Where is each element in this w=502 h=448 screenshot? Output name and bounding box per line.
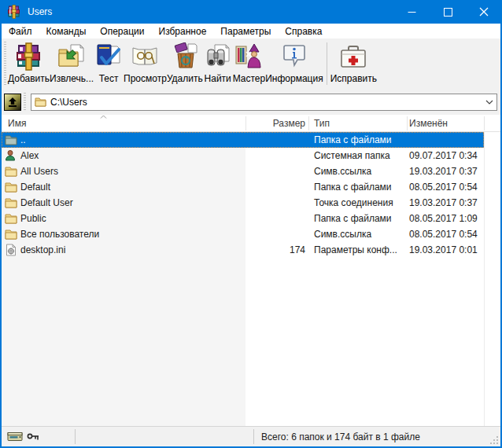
path-dropdown-button[interactable]: [482, 94, 496, 110]
folder-icon: [5, 181, 17, 193]
toolbar-separator: [327, 42, 327, 85]
column-header-type[interactable]: Тип: [314, 115, 330, 132]
wizard-button-label: Мастер: [233, 73, 266, 84]
address-bar: C:\Users: [2, 89, 500, 115]
menu-commands[interactable]: Команды: [39, 24, 94, 39]
row-name: desktop.ini: [20, 242, 65, 258]
repair-button[interactable]: Исправить: [330, 39, 377, 89]
list-row-desktop-ini[interactable]: desktop.ini 174 Параметры конф... 19.03.…: [2, 242, 484, 258]
row-modified: 08.05.2017 0:54: [409, 179, 478, 195]
row-size: [245, 163, 305, 179]
row-type: Папка с файлами: [314, 132, 392, 148]
column-header-size[interactable]: Размер: [245, 115, 305, 132]
titlebar: Users: [0, 0, 502, 24]
delete-button-label: Удалить: [167, 73, 203, 84]
toolbar: Добавить Извлечь...: [2, 39, 500, 89]
minimize-button[interactable]: [393, 0, 430, 24]
folder-icon: [5, 212, 17, 225]
toolbar-gripper[interactable]: [4, 42, 6, 86]
extract-icon: [57, 41, 87, 72]
list-header: Имя Размер Тип Изменён: [2, 115, 500, 132]
row-modified: 19.03.2017 0:01: [409, 242, 478, 258]
list-row-all-users[interactable]: All Users Симв.ссылка 19.03.2017 0:37: [2, 163, 484, 179]
minimize-icon: [408, 8, 416, 17]
row-modified: 08.05.2017 0:54: [409, 226, 478, 242]
statusbar-separator: [253, 429, 254, 444]
info-button-label: Информация: [265, 73, 323, 84]
menu-file[interactable]: Файл: [2, 24, 39, 39]
add-button-label: Добавить: [8, 73, 50, 84]
view-button[interactable]: Просмотр: [124, 39, 167, 89]
repair-icon: [338, 41, 368, 72]
folder-icon: [35, 97, 46, 107]
row-name: ..: [20, 132, 26, 148]
row-name: Alex: [20, 148, 39, 163]
row-size: 174: [245, 242, 305, 258]
path-combobox[interactable]: C:\Users: [31, 94, 497, 111]
folder-icon: [5, 228, 17, 241]
test-icon: [94, 41, 124, 72]
find-button-label: Найти: [205, 73, 231, 84]
row-size: [245, 195, 305, 211]
find-button[interactable]: Найти: [203, 39, 233, 89]
list-body: .. Папка с файлами Alex Системная папка …: [2, 132, 500, 426]
wizard-icon: [234, 41, 264, 72]
column-header-modified[interactable]: Изменён: [409, 115, 448, 132]
close-button[interactable]: [466, 0, 502, 24]
test-button-label: Тест: [99, 73, 119, 84]
chevron-down-icon: [485, 100, 493, 105]
row-size: [245, 132, 305, 148]
addressbar-gripper[interactable]: [24, 93, 26, 112]
winrar-books-icon[interactable]: [7, 5, 21, 19]
find-icon: [203, 41, 233, 72]
row-modified: 19.03.2017 0:37: [409, 163, 478, 179]
add-button[interactable]: Добавить: [8, 39, 50, 89]
row-type: Точка соединения: [314, 195, 393, 211]
menu-help[interactable]: Справка: [278, 24, 329, 39]
row-name: All Users: [20, 163, 58, 179]
repair-button-label: Исправить: [330, 73, 377, 84]
list-row-alex[interactable]: Alex Системная папка 09.07.2017 0:34: [2, 148, 484, 163]
extract-button-label: Извлечь...: [50, 73, 94, 84]
user-icon: [5, 149, 17, 162]
sort-ascending-icon: [100, 115, 107, 119]
current-path[interactable]: C:\Users: [50, 97, 482, 108]
extract-button[interactable]: Извлечь...: [50, 39, 94, 89]
header-separator[interactable]: [308, 116, 309, 130]
menu-operations[interactable]: Операции: [93, 24, 151, 39]
list-row-default-user[interactable]: Default User Точка соединения 19.03.2017…: [2, 195, 484, 211]
menu-favorites[interactable]: Избранное: [152, 24, 214, 39]
test-button[interactable]: Тест: [94, 39, 124, 89]
list-row-default[interactable]: Default Папка с файлами 08.05.2017 0:54: [2, 179, 484, 195]
row-type: Папка с файлами: [314, 211, 392, 226]
statusbar-separator: [75, 429, 76, 444]
folder-icon: [5, 165, 17, 178]
delete-button[interactable]: Удалить: [167, 39, 203, 89]
column-header-name[interactable]: Имя: [8, 115, 26, 132]
up-directory-button[interactable]: [4, 94, 21, 111]
header-separator[interactable]: [484, 116, 485, 130]
maximize-button[interactable]: [430, 0, 466, 24]
row-modified: 19.03.2017 0:37: [409, 195, 478, 211]
updir-folder-icon: [5, 134, 17, 146]
wizard-button[interactable]: Мастер: [233, 39, 266, 89]
winrar-window: Users Файл Команды Операции Избранное Па…: [0, 0, 502, 448]
header-separator[interactable]: [407, 116, 408, 130]
row-size: [245, 226, 305, 242]
delete-icon: [170, 41, 200, 72]
resize-grip[interactable]: [489, 435, 499, 445]
row-name: Default: [20, 179, 50, 195]
list-row-public[interactable]: Public Папка с файлами 08.05.2017 1:09: [2, 211, 484, 226]
row-size: [245, 211, 305, 226]
folder-icon: [5, 196, 17, 209]
row-name: Все пользователи: [20, 226, 99, 242]
info-button[interactable]: Информация: [265, 39, 323, 89]
key-icon[interactable]: [27, 430, 40, 442]
menu-options[interactable]: Параметры: [213, 24, 278, 39]
row-modified: 08.05.2017 1:09: [409, 211, 478, 226]
row-size: [245, 179, 305, 195]
drive-icon[interactable]: [7, 430, 24, 442]
header-separator[interactable]: [245, 116, 246, 130]
list-row-vse-polzovateli[interactable]: Все пользователи Симв.ссылка 08.05.2017 …: [2, 226, 484, 242]
list-row-updir[interactable]: .. Папка с файлами: [2, 132, 484, 148]
